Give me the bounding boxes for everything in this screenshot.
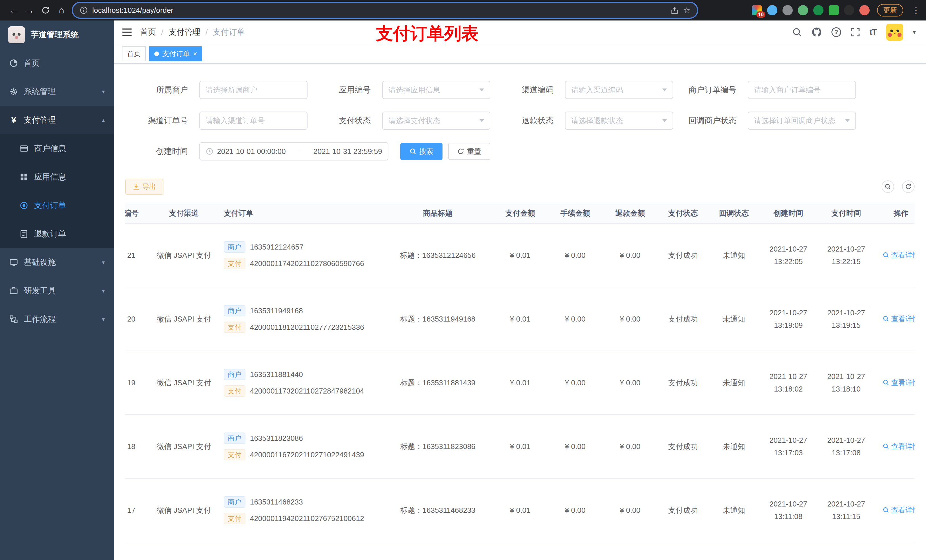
chevron-down-icon: ▾ — [102, 259, 105, 266]
filter-item: 回调商户状态 请选择订单回调商户状态 — [674, 112, 856, 130]
app-title: 芋道管理系统 — [31, 29, 79, 40]
view-detail-link[interactable]: 查看详情 — [883, 378, 915, 387]
filter-select[interactable]: 请选择退款状态 — [565, 112, 673, 130]
dashboard-icon — [9, 59, 18, 68]
tab-pay-order[interactable]: 支付订单 × — [149, 46, 202, 61]
filter-label: 所属商户 — [125, 85, 199, 95]
cell-title: 标题：1635312124656 — [383, 223, 493, 287]
sidebar-item-infrastructure[interactable]: 基础设施 ▾ — [0, 248, 114, 276]
bookmark-star-icon[interactable]: ☆ — [683, 6, 690, 15]
extension-icon[interactable] — [844, 5, 854, 15]
toggle-search-button[interactable] — [882, 180, 894, 193]
cell-paid-time: 2021-10-27 13:11:15 — [817, 478, 875, 542]
extension-icon[interactable] — [782, 5, 793, 15]
date-range-picker[interactable]: 2021-10-01 00:00:00 - 2021-10-31 23:59:5… — [199, 142, 388, 160]
profile-avatar-icon[interactable] — [859, 5, 870, 15]
filter-item: 退款状态 请选择退款状态 — [491, 112, 673, 130]
sidebar-item-app-info[interactable]: 应用信息 — [0, 163, 114, 191]
yen-icon: ¥ — [9, 116, 18, 125]
extension-icon[interactable] — [798, 5, 808, 15]
extension-icon[interactable] — [767, 5, 777, 15]
search-button[interactable]: 搜索 — [400, 143, 442, 160]
view-detail-link[interactable]: 查看详情 — [883, 314, 915, 323]
cell-notify-status: 未通知 — [708, 223, 760, 287]
navbar-icons: ? tT ▾ — [792, 24, 916, 41]
browser-reload-button[interactable] — [38, 2, 53, 18]
share-icon[interactable] — [670, 6, 679, 14]
filter-input[interactable] — [748, 81, 856, 99]
browser-home-button[interactable]: ⌂ — [53, 2, 70, 18]
chevron-up-icon: ▴ — [102, 117, 105, 124]
sidebar-item-workflow[interactable]: 工作流程 ▾ — [0, 305, 114, 334]
chevron-down-icon: ▾ — [102, 287, 105, 294]
cell-fee: ¥ 0.00 — [548, 287, 603, 351]
filter-item: 应用编号 请选择应用信息 — [308, 81, 490, 99]
sidebar-item-system[interactable]: 系统管理 ▾ — [0, 77, 114, 106]
filter-input[interactable] — [199, 112, 307, 130]
search-icon[interactable] — [792, 27, 802, 37]
sidebar-item-refund-order[interactable]: 退款订单 — [0, 220, 114, 248]
view-detail-label: 查看详情 — [891, 378, 915, 387]
github-icon[interactable] — [811, 27, 822, 37]
url-text: localhost:1024/pay/order — [92, 6, 666, 15]
address-bar[interactable]: localhost:1024/pay/order ☆ — [73, 3, 697, 18]
tab-home[interactable]: 首页 — [122, 46, 146, 61]
browser-back-button[interactable]: ← — [6, 2, 22, 18]
breadcrumb-home[interactable]: 首页 — [140, 27, 156, 38]
breadcrumb-pay-management: 支付管理 — [169, 27, 200, 38]
pay-order-line: 支付 4200001173202110272847982104 — [224, 385, 383, 397]
close-icon[interactable]: × — [193, 50, 197, 57]
site-info-icon[interactable] — [80, 6, 88, 14]
orders-table: 编号 支付渠道 支付订单 商品标题 支付金额 手续金额 退款金额 支付状态 回调… — [125, 202, 915, 560]
extensions-area: 10 更新 ⋮ — [752, 4, 920, 17]
col-title: 商品标题 — [383, 203, 493, 223]
view-detail-link[interactable]: 查看详情 — [883, 506, 915, 515]
filter-input[interactable] — [199, 81, 307, 99]
view-detail-link[interactable]: 查看详情 — [883, 442, 915, 451]
reset-button[interactable]: 重置 — [448, 143, 490, 160]
magnifier-icon — [883, 379, 889, 386]
hamburger-menu-icon[interactable] — [122, 27, 132, 37]
filter-select[interactable]: 请选择订单回调商户状态 — [748, 112, 856, 130]
cell-fee: ¥ 0.00 — [548, 223, 603, 287]
fullscreen-icon[interactable] — [851, 27, 860, 37]
cell-amount — [493, 542, 548, 560]
reset-button-label: 重置 — [467, 147, 481, 156]
filter-select[interactable]: 请输入渠道编码 — [565, 81, 673, 99]
cell-title: 标题：1635311468233 — [383, 478, 493, 542]
filter-label: 创建时间 — [125, 146, 199, 157]
sidebar-item-merchant-info[interactable]: 商户信息 — [0, 134, 114, 163]
clock-icon — [206, 147, 213, 155]
view-detail-link[interactable]: 查看详情 — [883, 251, 915, 260]
cell-id: 17 — [125, 478, 150, 542]
extension-icon[interactable] — [829, 5, 839, 15]
cell-id: 19 — [125, 351, 150, 415]
help-icon[interactable]: ? — [831, 27, 841, 37]
sidebar-item-dev-tools[interactable]: 研发工具 ▾ — [0, 276, 114, 305]
refresh-table-button[interactable] — [902, 180, 915, 193]
user-avatar[interactable] — [886, 24, 903, 41]
extension-icon[interactable] — [813, 5, 823, 15]
cell-paid-time: 2021-10-27 13:19:15 — [817, 287, 875, 351]
cell-pay-order: 商户 1635311823086 支付 42000011672021102710… — [218, 415, 383, 478]
browser-menu-button[interactable]: ⋮ — [912, 5, 920, 15]
filter-item: 所属商户 — [125, 81, 307, 99]
font-size-icon[interactable]: tT — [870, 27, 876, 37]
sidebar-item-pay-order[interactable]: 支付订单 — [0, 191, 114, 220]
search-button-label: 搜索 — [419, 147, 433, 156]
browser-update-button[interactable]: 更新 — [877, 4, 903, 17]
browser-forward-button[interactable]: → — [22, 2, 38, 18]
avatar-caret-icon[interactable]: ▾ — [913, 29, 916, 36]
cell-created-time: 2021-10-27 13:18:02 — [760, 351, 817, 415]
extension-icon[interactable]: 10 — [752, 5, 762, 15]
export-button[interactable]: 导出 — [125, 179, 163, 195]
filter-select[interactable]: 请选择应用信息 — [382, 81, 490, 99]
export-button-label: 导出 — [142, 182, 156, 191]
sidebar-logo[interactable]: 芋道管理系统 — [0, 21, 114, 49]
sidebar-item-home[interactable]: 首页 — [0, 49, 114, 77]
filter-select[interactable]: 请选择支付状态 — [382, 112, 490, 130]
table-row: 19 微信 JSAPI 支付 商户 1635311881440 支付 42000… — [125, 351, 915, 415]
sidebar-item-payment[interactable]: ¥ 支付管理 ▴ — [0, 106, 114, 134]
col-id: 编号 — [125, 203, 150, 223]
filter-date-row: 创建时间 2021-10-01 00:00:00 - 2021-10-31 23… — [125, 142, 915, 160]
